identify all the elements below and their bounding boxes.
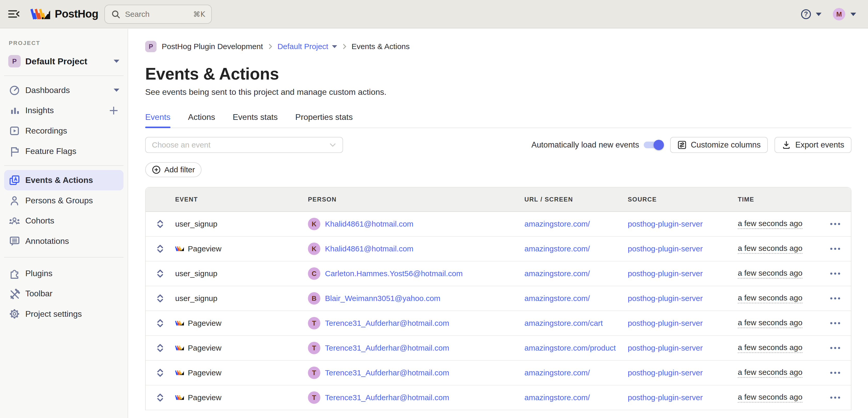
row-actions-button[interactable] [830,396,840,399]
row-actions-button[interactable] [830,273,840,275]
url-link[interactable]: amazingstore.com/ [524,294,590,303]
posthog-event-icon [175,246,184,251]
url-link[interactable]: amazingstore.com/ [524,244,590,253]
chevron-down-icon [850,13,856,16]
posthog-event-icon [175,321,184,326]
source-link[interactable]: posthog-plugin-server [628,368,703,377]
person-cell: B Blair_Weimann3051@yahoo.com [308,292,440,305]
sidebar-item-project-settings[interactable]: Project settings [0,304,128,324]
event-name: user_signup [175,269,217,278]
row-actions-button[interactable] [830,297,840,299]
person-link[interactable]: Blair_Weimann3051@yahoo.com [325,294,440,303]
row-actions-button[interactable] [830,248,840,250]
sidebar-item-label: Toolbar [25,289,53,298]
plus-circle-icon [152,165,161,174]
url-link[interactable]: amazingstore.com/ [524,393,590,402]
sidebar-item-plugins[interactable]: Plugins [0,263,128,283]
person-avatar: T [308,317,320,329]
expand-row-button[interactable] [156,319,164,328]
source-link[interactable]: posthog-plugin-server [628,219,703,228]
sidebar-item-events-actions[interactable]: Events & Actions [4,170,123,190]
person-link[interactable]: Terence31_Aufderhar@hotmail.com [325,344,449,352]
source-link[interactable]: posthog-plugin-server [628,244,703,253]
person-link[interactable]: Terence31_Aufderhar@hotmail.com [325,319,449,328]
person-link[interactable]: Terence31_Aufderhar@hotmail.com [325,393,449,402]
sidebar-item-label: Events & Actions [25,175,93,185]
event-name: Pageview [175,319,221,328]
person-cell: T Terence31_Aufderhar@hotmail.com [308,342,449,354]
add-filter-button[interactable]: Add filter [145,162,202,177]
row-actions-button[interactable] [830,223,840,225]
source-link[interactable]: posthog-plugin-server [628,294,703,303]
person-link[interactable]: Carleton.Hammes.Yost56@hotmail.com [325,269,463,278]
row-actions-button[interactable] [830,322,840,324]
project-avatar: P [8,55,21,67]
tools-icon [8,288,21,300]
help-menu-button[interactable]: ? [800,8,822,20]
person-avatar: K [308,218,320,230]
tab-properties-stats[interactable]: Properties stats [295,112,352,128]
url-link[interactable]: amazingstore.com/cart [524,319,603,328]
url-link[interactable]: amazingstore.com/ [524,219,590,228]
user-menu-button[interactable]: M [833,8,856,21]
event-name: user_signup [175,219,217,228]
expand-row-button[interactable] [156,294,164,303]
sidebar-item-cohorts[interactable]: Cohorts [0,211,128,231]
search-input[interactable]: Search ⌘K [104,5,212,24]
person-link[interactable]: Terence31_Aufderhar@hotmail.com [325,368,449,377]
customize-columns-button[interactable]: Customize columns [670,137,768,153]
people-group-icon [8,215,21,227]
source-link[interactable]: posthog-plugin-server [628,393,703,402]
sidebar-item-insights[interactable]: Insights [0,100,128,121]
event-select[interactable]: Choose an event [145,137,343,153]
person-link[interactable]: Khalid4861@hotmail.com [325,244,413,253]
person-avatar: T [308,391,320,404]
breadcrumb-item[interactable]: PostHog Plugin Development [162,42,263,51]
url-link[interactable]: amazingstore.com/ [524,368,590,377]
sidebar-item-persons-groups[interactable]: Persons & Groups [0,190,128,211]
help-icon: ? [800,8,812,20]
expand-row-button[interactable] [156,344,164,353]
source-link[interactable]: posthog-plugin-server [628,269,703,278]
sidebar-item-annotations[interactable]: Annotations [0,231,128,251]
event-time: a few seconds ago [738,318,802,328]
person-avatar: K [308,243,320,255]
expand-row-button[interactable] [156,368,164,378]
tab-events[interactable]: Events [145,112,170,128]
expand-row-button[interactable] [156,269,164,278]
posthog-logo[interactable]: PostHog [30,8,98,20]
sidebar-item-toolbar[interactable]: Toolbar [0,283,128,304]
source-link[interactable]: posthog-plugin-server [628,319,703,328]
expand-row-button[interactable] [156,393,164,402]
row-actions-button[interactable] [830,372,840,374]
project-switcher[interactable]: P Default Project [0,51,128,71]
url-link[interactable]: amazingstore.com/product [524,344,616,352]
page-subtitle: See events being sent to this project an… [145,87,851,97]
plus-icon[interactable] [108,105,119,116]
person-cell: C Carleton.Hammes.Yost56@hotmail.com [308,267,463,280]
sidebar-item-feature-flags[interactable]: Feature Flags [0,141,128,161]
event-time: a few seconds ago [738,219,802,229]
expand-row-button[interactable] [156,244,164,253]
expand-row-button[interactable] [156,219,164,229]
sidebar-item-recordings[interactable]: Recordings [0,121,128,141]
source-link[interactable]: posthog-plugin-server [628,344,703,352]
export-events-button[interactable]: Export events [774,137,851,153]
sidebar-toggle-icon[interactable] [7,7,21,21]
tab-actions[interactable]: Actions [188,112,215,128]
person-avatar: B [308,292,320,305]
tab-events-stats[interactable]: Events stats [233,112,278,128]
sidebar-item-label: Recordings [25,126,67,136]
autoload-toggle[interactable] [644,142,663,148]
table-header: EVENT PERSON URL / SCREEN SOURCE TIME [146,187,851,212]
row-actions-button[interactable] [830,347,840,349]
person-link[interactable]: Khalid4861@hotmail.com [325,219,413,228]
person-cell: K Khalid4861@hotmail.com [308,218,413,230]
url-link[interactable]: amazingstore.com/ [524,269,590,278]
table-row: user_signup B Blair_Weimann3051@yahoo.co… [146,286,851,311]
sidebar-item-dashboards[interactable]: Dashboards [0,80,128,100]
breadcrumb-item-project[interactable]: Default Project [277,42,337,51]
table-row: user_signup C Carleton.Hammes.Yost56@hot… [146,262,851,286]
table-row: Pageview K Khalid4861@hotmail.com amazin… [146,237,851,262]
event-time: a few seconds ago [738,294,802,303]
